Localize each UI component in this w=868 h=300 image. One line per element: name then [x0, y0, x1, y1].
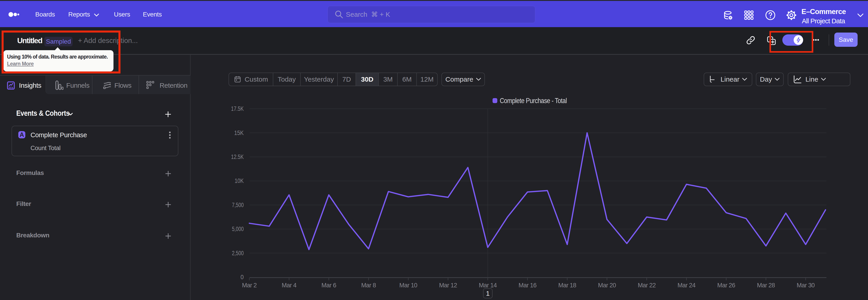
svg-text:7,500: 7,500: [232, 202, 244, 208]
svg-text:12.5K: 12.5K: [231, 153, 244, 160]
svg-text:Mar 18: Mar 18: [558, 282, 576, 289]
svg-text:Mar 4: Mar 4: [282, 282, 297, 289]
svg-text:0: 0: [241, 274, 244, 280]
svg-text:Mar 8: Mar 8: [361, 282, 376, 289]
svg-text:5,000: 5,000: [232, 226, 244, 232]
svg-text:Mar 22: Mar 22: [638, 282, 655, 289]
svg-text:Mar 10: Mar 10: [399, 282, 417, 289]
svg-text:Mar 28: Mar 28: [757, 282, 775, 289]
svg-text:Mar 14: Mar 14: [479, 282, 497, 289]
svg-text:17.5K: 17.5K: [231, 106, 244, 112]
svg-text:Mar 6: Mar 6: [321, 282, 336, 289]
svg-text:Mar 12: Mar 12: [439, 282, 457, 289]
svg-text:Mar 20: Mar 20: [598, 282, 616, 289]
svg-text:Mar 2: Mar 2: [242, 282, 256, 289]
svg-text:10K: 10K: [235, 177, 244, 184]
svg-text:Mar 16: Mar 16: [519, 282, 536, 289]
svg-text:2,500: 2,500: [232, 250, 244, 257]
svg-text:Mar 24: Mar 24: [677, 282, 695, 289]
svg-text:15K: 15K: [234, 129, 244, 136]
svg-text:Mar 26: Mar 26: [717, 282, 735, 289]
svg-text:Mar 30: Mar 30: [797, 282, 815, 289]
